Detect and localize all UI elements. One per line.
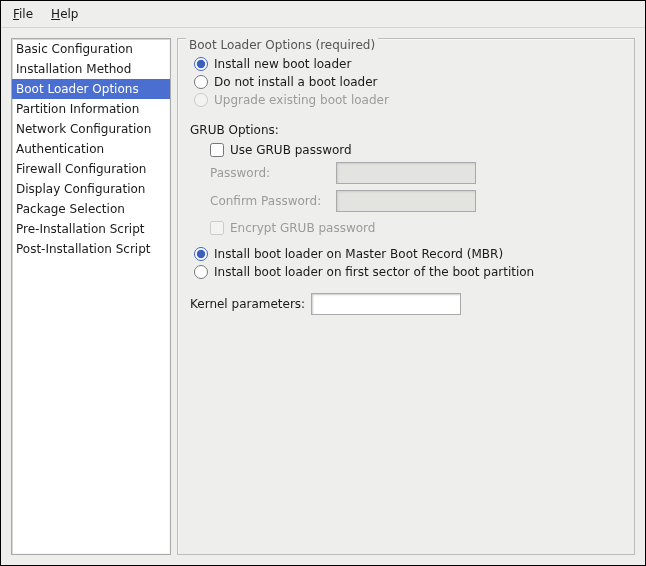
- check-row-use-grub-password: Use GRUB password: [188, 141, 624, 159]
- sidebar-item-boot-loader-options[interactable]: Boot Loader Options: [12, 79, 170, 99]
- radio-row-upgrade: Upgrade existing boot loader: [188, 91, 624, 109]
- sidebar-item-package-selection[interactable]: Package Selection: [12, 199, 170, 219]
- check-row-encrypt-grub-password: Encrypt GRUB password: [188, 219, 624, 237]
- checkbox-use-grub-password[interactable]: [210, 143, 224, 157]
- sidebar-item-firewall-configuration[interactable]: Firewall Configuration: [12, 159, 170, 179]
- radio-install-new-label: Install new boot loader: [214, 57, 351, 71]
- menu-file[interactable]: File: [9, 5, 37, 23]
- grub-options-label: GRUB Options:: [188, 123, 624, 137]
- radio-install-new[interactable]: [194, 57, 208, 71]
- radio-do-not-install-label: Do not install a boot loader: [214, 75, 378, 89]
- sidebar-item-basic-configuration[interactable]: Basic Configuration: [12, 39, 170, 59]
- sidebar-item-label: Pre-Installation Script: [16, 222, 145, 236]
- sidebar-item-label: Post-Installation Script: [16, 242, 151, 256]
- sidebar-item-pre-installation-script[interactable]: Pre-Installation Script: [12, 219, 170, 239]
- kernel-parameters-input[interactable]: [311, 293, 461, 315]
- menu-file-rest: ile: [19, 7, 33, 21]
- checkbox-encrypt-grub-password-label: Encrypt GRUB password: [230, 221, 375, 235]
- radio-first-sector[interactable]: [194, 265, 208, 279]
- checkbox-use-grub-password-label: Use GRUB password: [230, 143, 352, 157]
- panel-group-title: Boot Loader Options (required): [186, 38, 378, 52]
- radio-upgrade: [194, 93, 208, 107]
- menu-help-rest: elp: [60, 7, 78, 21]
- radio-mbr[interactable]: [194, 247, 208, 261]
- radio-row-install-new: Install new boot loader: [188, 55, 624, 73]
- form-row-confirm-password: Confirm Password:: [188, 187, 624, 215]
- sidebar-item-label: Display Configuration: [16, 182, 145, 196]
- sidebar-item-display-configuration[interactable]: Display Configuration: [12, 179, 170, 199]
- sidebar-item-label: Authentication: [16, 142, 104, 156]
- sidebar-item-partition-information[interactable]: Partition Information: [12, 99, 170, 119]
- radio-row-do-not-install: Do not install a boot loader: [188, 73, 624, 91]
- sidebar-item-label: Installation Method: [16, 62, 131, 76]
- sidebar-item-installation-method[interactable]: Installation Method: [12, 59, 170, 79]
- sidebar-item-label: Package Selection: [16, 202, 125, 216]
- sidebar-item-authentication[interactable]: Authentication: [12, 139, 170, 159]
- radio-first-sector-label: Install boot loader on first sector of t…: [214, 265, 534, 279]
- sidebar-item-post-installation-script[interactable]: Post-Installation Script: [12, 239, 170, 259]
- sidebar-item-label: Network Configuration: [16, 122, 151, 136]
- kernel-parameters-label: Kernel parameters:: [190, 297, 305, 311]
- sidebar-item-label: Basic Configuration: [16, 42, 133, 56]
- radio-upgrade-label: Upgrade existing boot loader: [214, 93, 389, 107]
- password-input: [336, 162, 476, 184]
- radio-row-mbr: Install boot loader on Master Boot Recor…: [188, 245, 624, 263]
- checkbox-encrypt-grub-password: [210, 221, 224, 235]
- confirm-password-label: Confirm Password:: [210, 194, 330, 208]
- sidebar-item-label: Partition Information: [16, 102, 139, 116]
- form-row-password: Password:: [188, 159, 624, 187]
- sidebar-item-label: Firewall Configuration: [16, 162, 146, 176]
- kernel-parameters-row: Kernel parameters:: [188, 281, 624, 315]
- boot-loader-panel: Boot Loader Options (required) Install n…: [177, 38, 635, 555]
- menubar: File Help: [1, 1, 645, 28]
- sidebar: Basic Configuration Installation Method …: [11, 38, 171, 555]
- confirm-password-input: [336, 190, 476, 212]
- radio-mbr-label: Install boot loader on Master Boot Recor…: [214, 247, 503, 261]
- sidebar-item-label: Boot Loader Options: [16, 82, 139, 96]
- password-label: Password:: [210, 166, 330, 180]
- sidebar-item-network-configuration[interactable]: Network Configuration: [12, 119, 170, 139]
- content-area: Basic Configuration Installation Method …: [1, 28, 645, 565]
- radio-row-first-sector: Install boot loader on first sector of t…: [188, 263, 624, 281]
- menu-help[interactable]: Help: [47, 5, 82, 23]
- radio-do-not-install[interactable]: [194, 75, 208, 89]
